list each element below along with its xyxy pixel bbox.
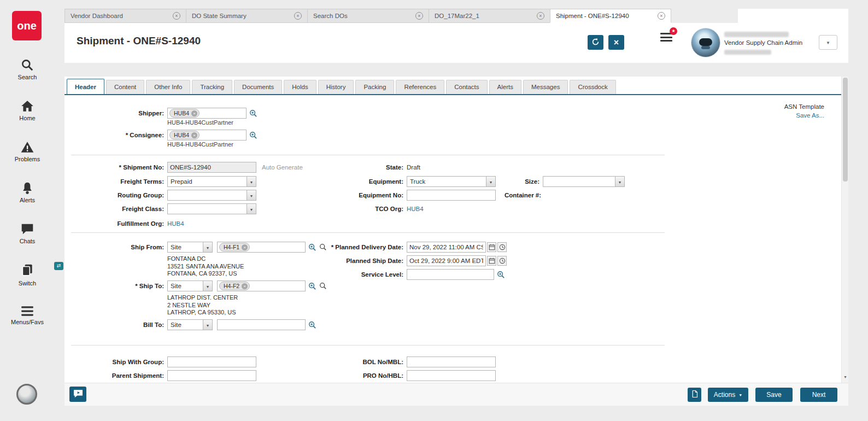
window-tab-bar: Vendor Dashboard DO State Summary Search… (64, 9, 671, 23)
parent-shipment-input[interactable] (167, 370, 256, 381)
fulfillment-org-link[interactable]: HUB4 (167, 220, 184, 227)
document-button[interactable] (688, 388, 701, 402)
consignee-label: * Consignee: (71, 132, 164, 138)
bottom-avatar-icon[interactable] (16, 384, 37, 405)
next-button[interactable]: Next (800, 388, 837, 402)
sidebar-item-home[interactable]: Home (0, 99, 55, 121)
ship-from-type-select[interactable]: Site (167, 242, 213, 253)
window-tab-do-state-summary[interactable]: DO State Summary (186, 9, 307, 23)
search-lookup-icon[interactable] (319, 282, 327, 290)
warning-icon (0, 140, 55, 154)
zoom-lookup-icon[interactable] (308, 282, 316, 290)
window-tab-shipment[interactable]: Shipment - ONE#S-12940 (550, 9, 671, 23)
form-tab-bar: Header Content Other Info Tracking Docum… (64, 79, 841, 95)
chevron-down-icon (203, 281, 212, 291)
one-logo[interactable]: one (12, 11, 42, 40)
clock-icon[interactable] (497, 242, 507, 252)
tco-org-link[interactable]: HUB4 (407, 206, 424, 212)
tab-header[interactable]: Header (67, 79, 104, 94)
bill-to-type-select[interactable]: Site (167, 319, 213, 330)
refresh-button[interactable] (588, 35, 603, 50)
calendar-icon[interactable] (487, 242, 496, 252)
shipment-no-input[interactable] (167, 162, 256, 173)
sidebar-item-search[interactable]: Search (0, 58, 55, 80)
remove-chip-icon[interactable] (242, 283, 248, 289)
bill-to-input[interactable] (217, 319, 306, 330)
remove-chip-icon[interactable] (191, 110, 197, 116)
planned-delivery-date-input[interactable] (407, 242, 486, 253)
tab-messages[interactable]: Messages (523, 80, 568, 94)
tab-packing[interactable]: Packing (355, 80, 394, 94)
routing-group-select[interactable] (167, 190, 256, 201)
tab-holds[interactable]: Holds (284, 80, 316, 94)
remove-chip-icon[interactable] (191, 132, 197, 138)
consignee-input[interactable]: HUB4 (167, 130, 247, 141)
sidebar-item-switch[interactable]: Switch (0, 263, 55, 286)
bol-no-input[interactable] (407, 356, 496, 367)
chat-button[interactable] (69, 387, 86, 402)
shipper-input[interactable]: HUB4 (167, 108, 247, 119)
save-as-link[interactable]: Save As... (720, 111, 824, 120)
tab-alerts[interactable]: Alerts (489, 80, 521, 94)
close-page-button[interactable] (608, 35, 624, 50)
service-level-input[interactable] (407, 269, 494, 280)
sidebar-item-chats[interactable]: Chats (0, 222, 55, 244)
freight-class-label: Freight Class: (71, 206, 164, 212)
user-menu-chevron-down-icon[interactable] (819, 35, 837, 50)
size-label: Size: (496, 178, 539, 185)
equipment-no-input[interactable] (407, 190, 496, 201)
save-button[interactable]: Save (755, 388, 793, 402)
freight-terms-label: Freight Terms: (71, 178, 164, 185)
tab-documents[interactable]: Documents (234, 80, 282, 94)
freight-terms-select[interactable]: Prepaid (167, 176, 256, 187)
size-select[interactable] (543, 176, 625, 187)
close-icon[interactable] (537, 12, 544, 20)
zoom-lookup-icon[interactable] (249, 109, 257, 118)
zoom-lookup-icon[interactable] (249, 131, 257, 139)
remove-chip-icon[interactable] (242, 244, 248, 250)
sidebar-item-problems[interactable]: Problems (0, 140, 55, 162)
tab-other-info[interactable]: Other Info (146, 80, 190, 94)
actions-button[interactable]: Actions (708, 388, 748, 402)
window-tab-search-dos[interactable]: Search DOs (307, 9, 429, 23)
user-avatar[interactable] (691, 28, 720, 57)
shipment-no-field: * Shipment No: Auto Generate (71, 161, 303, 173)
window-tab-do-17mar22-1[interactable]: DO_17Mar22_1 (429, 9, 550, 23)
calendar-icon[interactable] (487, 256, 496, 266)
pro-no-input[interactable] (407, 370, 496, 381)
ship-from-address: FONTANA DC 13521 SANTA ANA AVENUE FONTAN… (167, 255, 244, 278)
close-icon[interactable] (173, 12, 180, 20)
close-icon[interactable] (294, 12, 302, 20)
ship-to-chip: H4-F2 (219, 282, 250, 290)
equipment-select[interactable]: Truck (407, 176, 496, 187)
consignee-chip: HUB4 (169, 131, 200, 139)
clock-icon[interactable] (497, 256, 507, 266)
tab-content[interactable]: Content (106, 80, 144, 94)
switch-badge-icon (54, 262, 63, 270)
close-icon[interactable] (415, 12, 423, 20)
freight-class-select[interactable] (167, 203, 256, 214)
ship-with-group-input[interactable] (167, 356, 256, 367)
tab-references[interactable]: References (396, 80, 444, 94)
form-area: ASN Template Save As... Shipper: HUB4 HU… (64, 95, 841, 383)
zoom-lookup-icon[interactable] (308, 321, 316, 329)
ship-to-type-select[interactable]: Site (167, 280, 213, 291)
tab-history[interactable]: History (318, 80, 354, 94)
tab-tracking[interactable]: Tracking (192, 80, 232, 94)
window-tab-vendor-dashboard[interactable]: Vendor Dashboard (64, 9, 186, 23)
scrollbar-thumb[interactable] (843, 78, 848, 182)
ship-to-input[interactable]: H4-F2 (217, 280, 306, 291)
home-icon (0, 99, 55, 113)
sidebar-item-menus-favs[interactable]: Menus/Favs (0, 305, 55, 325)
zoom-lookup-icon[interactable] (497, 271, 505, 279)
planned-ship-date-input[interactable] (407, 255, 486, 266)
tab-contacts[interactable]: Contacts (446, 80, 487, 94)
shipper-label: Shipper: (71, 110, 164, 116)
vertical-scrollbar[interactable] (841, 77, 848, 383)
close-icon[interactable] (658, 12, 665, 20)
parent-shipment-field: Parent Shipment: (71, 370, 256, 382)
equipment-no-label: Equipment No: (272, 192, 403, 198)
tab-crossdock[interactable]: Crossdock (570, 80, 615, 94)
sidebar-item-alerts[interactable]: Alerts (0, 181, 55, 203)
scrollbar-down-arrow[interactable] (842, 373, 849, 382)
